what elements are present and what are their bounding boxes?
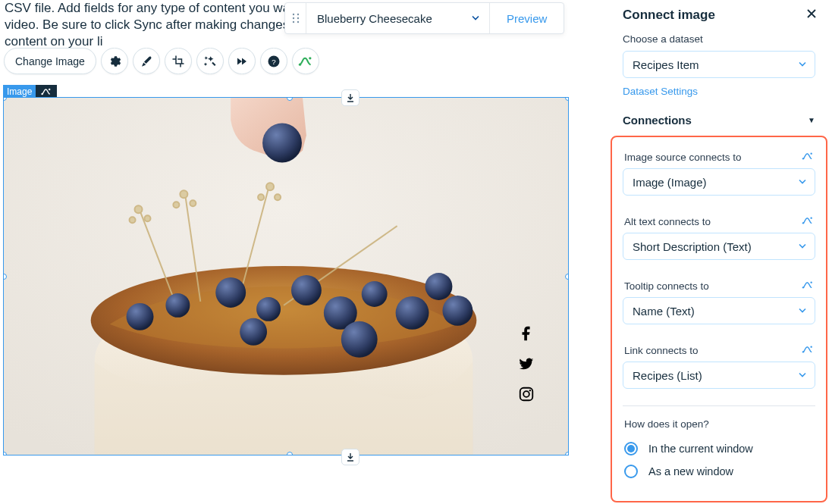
attach-top-button[interactable] xyxy=(341,89,359,106)
connections-header[interactable]: Connections ▼ xyxy=(606,97,832,133)
svg-point-43 xyxy=(802,286,804,288)
resize-handle-s[interactable] xyxy=(287,452,293,455)
open-new-label: As a new window xyxy=(648,465,733,477)
dataset-select-value: Recipes Item xyxy=(633,58,699,71)
chevron-down-icon xyxy=(471,12,480,25)
radio-icon xyxy=(624,442,638,455)
open-current-window[interactable]: In the current window xyxy=(623,437,815,460)
image-source-label: Image source connects to xyxy=(624,152,742,163)
svg-point-20 xyxy=(266,183,274,190)
tooltip-select[interactable]: Name (Text) xyxy=(623,297,815,324)
image-source-value: Image (Image) xyxy=(633,176,707,189)
binding-icon[interactable] xyxy=(802,215,814,228)
connections-section: Image source connects to Image (Image) A… xyxy=(611,136,827,502)
open-current-label: In the current window xyxy=(648,443,753,455)
item-select-value: Blueberry Cheesecake xyxy=(317,12,432,25)
svg-text:?: ? xyxy=(272,57,276,65)
chevron-down-icon xyxy=(798,240,807,253)
svg-point-17 xyxy=(180,190,187,198)
svg-point-15 xyxy=(145,215,151,221)
binding-icon[interactable] xyxy=(802,344,814,357)
chevron-down-icon xyxy=(798,58,807,71)
open-new-window[interactable]: As a new window xyxy=(623,460,815,483)
item-select[interactable]: Blueberry Cheesecake xyxy=(306,3,490,33)
svg-point-38 xyxy=(529,390,531,391)
svg-point-33 xyxy=(341,321,378,358)
svg-point-39 xyxy=(802,158,804,159)
svg-point-10 xyxy=(42,92,43,94)
resize-handle-ne[interactable] xyxy=(565,97,569,101)
svg-point-37 xyxy=(523,391,529,397)
svg-point-14 xyxy=(135,205,143,213)
svg-point-41 xyxy=(802,222,804,224)
alt-text-select[interactable]: Short Description (Text) xyxy=(623,233,815,260)
magic-icon[interactable] xyxy=(196,48,224,74)
panel-title: Connect image xyxy=(623,8,715,23)
alt-text-label: Alt text connects to xyxy=(624,216,711,227)
link-label: Link connects to xyxy=(624,345,699,356)
resize-handle-se[interactable] xyxy=(565,452,569,455)
preview-button[interactable]: Preview xyxy=(490,12,564,25)
image-toolbar: Change Image ? xyxy=(4,48,319,74)
chevron-down-icon xyxy=(798,369,807,382)
svg-point-45 xyxy=(802,351,804,352)
svg-point-0 xyxy=(292,14,294,15)
svg-point-8 xyxy=(299,63,301,65)
instagram-icon[interactable] xyxy=(518,386,535,402)
svg-point-18 xyxy=(190,200,196,206)
help-icon[interactable]: ? xyxy=(260,48,287,74)
svg-point-1 xyxy=(297,14,298,15)
cake-illustration xyxy=(4,98,568,455)
selection-tag-label: Image xyxy=(3,85,36,98)
svg-point-23 xyxy=(127,303,154,330)
resize-handle-sw[interactable] xyxy=(3,452,7,455)
tooltip-value: Name (Text) xyxy=(633,305,695,318)
change-image-label: Change Image xyxy=(15,55,85,67)
svg-point-24 xyxy=(165,293,190,318)
dataset-settings-link[interactable]: Dataset Settings xyxy=(606,81,832,97)
selection-binding-icon[interactable] xyxy=(36,85,57,98)
facebook-icon[interactable] xyxy=(518,325,535,342)
selected-image[interactable] xyxy=(3,97,569,455)
attach-bottom-button[interactable] xyxy=(341,449,359,465)
svg-point-32 xyxy=(442,296,473,326)
binding-icon[interactable] xyxy=(802,151,814,164)
image-source-select[interactable]: Image (Image) xyxy=(623,168,815,196)
brush-icon[interactable] xyxy=(133,48,160,74)
svg-point-5 xyxy=(297,21,298,23)
svg-point-30 xyxy=(396,296,429,330)
svg-point-9 xyxy=(309,57,311,59)
twitter-icon[interactable] xyxy=(518,355,535,372)
svg-point-44 xyxy=(810,281,812,283)
tooltip-label: Tooltip connects to xyxy=(624,280,709,292)
svg-point-3 xyxy=(297,17,298,19)
change-image-button[interactable]: Change Image xyxy=(4,48,96,74)
svg-point-21 xyxy=(275,194,281,200)
dataset-select[interactable]: Recipes Item xyxy=(623,51,815,78)
binding-icon[interactable] xyxy=(802,280,814,293)
dynamic-item-bar: Blueberry Cheesecake Preview xyxy=(284,2,564,34)
data-binding-icon[interactable] xyxy=(292,48,319,74)
svg-point-11 xyxy=(49,88,50,89)
divider xyxy=(623,405,815,406)
radio-icon xyxy=(624,465,638,478)
close-icon[interactable] xyxy=(806,8,817,23)
animation-icon[interactable] xyxy=(228,48,256,74)
svg-point-22 xyxy=(258,194,264,200)
svg-point-29 xyxy=(362,281,388,307)
collapse-icon: ▼ xyxy=(808,116,815,124)
link-value: Recipes (List) xyxy=(633,369,702,382)
selection-tag: Image xyxy=(3,85,57,98)
open-question: How does it open? xyxy=(623,418,815,437)
svg-point-27 xyxy=(291,275,322,305)
svg-point-2 xyxy=(292,17,294,19)
link-select[interactable]: Recipes (List) xyxy=(623,362,815,389)
crop-icon[interactable] xyxy=(165,48,192,74)
svg-point-26 xyxy=(256,297,281,321)
svg-point-16 xyxy=(130,217,136,223)
settings-icon[interactable] xyxy=(101,48,128,74)
resize-handle-e[interactable] xyxy=(565,274,569,280)
drag-handle-icon[interactable] xyxy=(285,3,306,33)
editor-canvas: CSV file. Add fields for any type of con… xyxy=(0,0,607,504)
svg-point-4 xyxy=(292,21,294,23)
